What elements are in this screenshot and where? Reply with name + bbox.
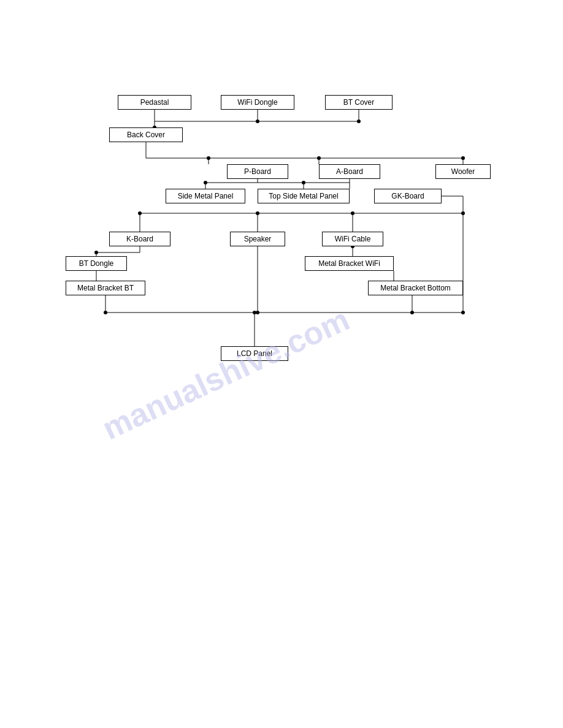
svg-point-54 — [253, 311, 256, 314]
node-woofer: Woofer — [435, 164, 491, 179]
node-speaker: Speaker — [230, 232, 285, 246]
node-pedastal: Pedastal — [118, 95, 191, 110]
node-wifi-cable: WiFi Cable — [322, 232, 383, 246]
node-side-metal-panel: Side Metal Panel — [166, 189, 245, 203]
node-top-side-metal-panel: Top Side Metal Panel — [258, 189, 350, 203]
svg-point-11 — [207, 156, 210, 160]
node-a-board: A-Board — [319, 164, 380, 179]
svg-point-7 — [357, 119, 361, 123]
node-metal-bracket-bottom: Metal Bracket Bottom — [368, 281, 463, 295]
node-bt-dongle: BT Dongle — [66, 256, 127, 271]
node-back-cover: Back Cover — [109, 127, 183, 142]
connectors-svg — [0, 0, 563, 429]
node-metal-bracket-wifi: Metal Bracket WiFi — [305, 256, 394, 271]
node-k-board: K-Board — [109, 232, 170, 246]
node-gk-board: GK-Board — [374, 189, 442, 203]
node-p-board: P-Board — [227, 164, 288, 179]
node-metal-bracket-bt: Metal Bracket BT — [66, 281, 145, 295]
svg-point-15 — [461, 156, 465, 160]
diagram-container: Pedastal WiFi Dongle BT Cover Back Cover… — [0, 0, 563, 429]
node-wifi-dongle: WiFi Dongle — [221, 95, 294, 110]
node-lcd-panel: LCD Panel — [221, 346, 288, 361]
svg-point-13 — [317, 156, 321, 160]
node-bt-cover: BT Cover — [325, 95, 393, 110]
